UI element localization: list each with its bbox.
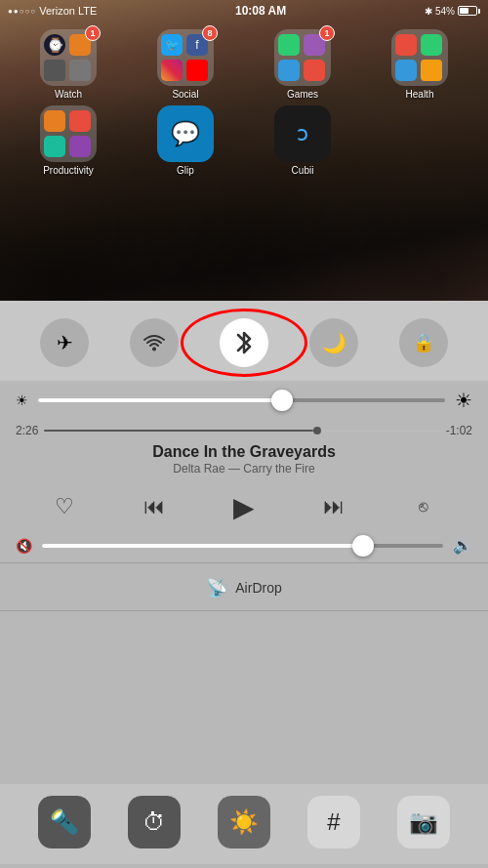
status-right: ✱ 54% <box>425 6 480 17</box>
productivity-folder[interactable] <box>40 105 97 162</box>
divider-1 <box>0 562 488 563</box>
app-grid: 1 ⌚ Watch 8 🐦 f Social <box>0 29 488 182</box>
music-progress-bar[interactable] <box>44 430 439 432</box>
battery-fill <box>460 8 468 14</box>
volume-thumb[interactable] <box>352 535 374 557</box>
cubii-label: Cubii <box>292 165 314 176</box>
mini-icon-ig <box>161 60 183 81</box>
mini-icon-game1 <box>278 34 300 56</box>
heart-icon: ♡ <box>55 494 74 519</box>
airdrop-row[interactable]: 📡 AirDrop <box>0 567 488 606</box>
brightness-track[interactable] <box>38 398 445 402</box>
app-row-2: Productivity 💬 Glip ↄ Cubii <box>10 105 478 176</box>
wifi-icon <box>142 333 166 352</box>
music-progress-marker <box>313 427 321 434</box>
prev-icon: ⏮ <box>143 494 165 519</box>
calculator-button[interactable]: # <box>307 796 360 848</box>
song-title: Dance In the Graveyards <box>0 443 488 461</box>
wifi-toggle[interactable] <box>130 318 179 367</box>
battery-body <box>458 6 477 16</box>
rotation-lock-icon: 🔒 <box>413 332 434 353</box>
glip-icon[interactable]: 💬 <box>157 105 214 162</box>
health-label: Health <box>406 89 434 100</box>
app-item-cubii[interactable]: ↄ Cubii <box>254 105 351 176</box>
timer-button[interactable]: ⏱ <box>128 796 181 848</box>
mini-icon-game3 <box>278 60 300 81</box>
previous-button[interactable]: ⏮ <box>133 485 176 528</box>
mini-icon-prod3 <box>44 136 65 157</box>
watch-label: Watch <box>55 89 82 100</box>
app-item-health[interactable]: Health <box>371 29 468 100</box>
music-current-time: 2:26 <box>16 424 38 437</box>
mini-icon-health2 <box>421 34 442 56</box>
moon-icon: 🌙 <box>322 331 346 354</box>
health-folder[interactable] <box>391 29 448 86</box>
volume-fill <box>42 544 363 548</box>
productivity-label: Productivity <box>43 165 94 176</box>
timer-icon: ⏱ <box>142 808 166 836</box>
mini-icon-2 <box>44 60 65 81</box>
mini-icon-health1 <box>395 34 417 56</box>
app-item-games[interactable]: 1 Games <box>254 29 351 100</box>
status-bar: ●●○○○ Verizon LTE 10:08 AM ✱ 54% <box>0 0 488 21</box>
mini-icon-game4 <box>304 60 325 81</box>
divider-2 <box>0 610 488 611</box>
svg-point-0 <box>152 348 156 351</box>
mini-icon-yt <box>186 60 208 81</box>
home-indicator <box>0 864 488 868</box>
glip-symbol: 💬 <box>171 120 200 147</box>
donotdisturb-toggle[interactable]: 🌙 <box>309 318 358 367</box>
battery-icon <box>458 6 480 16</box>
battery-cap <box>478 9 480 14</box>
battery-percent: 54% <box>435 6 455 17</box>
music-remaining-time: -1:02 <box>446 424 472 437</box>
next-icon: ⏭ <box>323 494 345 519</box>
watch-mini-icon: ⌚ <box>44 34 65 56</box>
airplane-toggle[interactable]: ✈ <box>40 318 89 367</box>
watch-badge: 1 <box>85 25 101 41</box>
music-controls: ♡ ⏮ ▶ ⏭ ⎋ <box>0 479 488 532</box>
airdrop-label: AirDrop <box>235 580 281 596</box>
games-folder[interactable]: 1 <box>274 29 331 86</box>
app-item-glip[interactable]: 💬 Glip <box>137 105 234 176</box>
games-badge: 1 <box>319 25 335 41</box>
app-item-empty <box>371 105 468 176</box>
airdrop-icon: 📡 <box>206 577 227 599</box>
bluetooth-indicator: ✱ <box>425 6 432 17</box>
social-folder[interactable]: 8 🐦 f <box>157 29 214 86</box>
status-left: ●●○○○ Verizon LTE <box>8 5 97 17</box>
homescreen: ●●○○○ Verizon LTE 10:08 AM ✱ 54% 1 ⌚ <box>0 0 488 303</box>
social-label: Social <box>172 89 198 100</box>
airplane-icon: ✈ <box>57 331 73 354</box>
flashlight-button[interactable]: 🔦 <box>38 796 91 848</box>
app-item-social[interactable]: 8 🐦 f Social <box>137 29 234 100</box>
control-center: ✈ 🌙 🔒 <box>0 301 488 868</box>
bluetooth-toggle[interactable] <box>220 318 268 367</box>
rotation-lock-toggle[interactable]: 🔒 <box>399 318 448 367</box>
brightness-thumb[interactable] <box>271 390 293 411</box>
carrier: Verizon <box>39 5 75 17</box>
mini-icon-health4 <box>421 60 442 81</box>
toggle-row: ✈ 🌙 🔒 <box>0 301 488 381</box>
volume-max-icon: 🔊 <box>453 536 472 555</box>
cubii-symbol: ↄ <box>297 121 308 146</box>
network-type: LTE <box>78 5 97 17</box>
play-button[interactable]: ▶ <box>223 485 265 528</box>
song-sub: Delta Rae — Carry the Fire <box>0 462 488 475</box>
like-button[interactable]: ♡ <box>43 485 86 528</box>
camera-button[interactable]: 📷 <box>397 796 450 848</box>
flashlight-icon: 🔦 <box>50 808 79 836</box>
cubii-icon[interactable]: ↄ <box>274 105 331 162</box>
utility-row: 🔦 ⏱ ☀️ # 📷 <box>0 784 488 864</box>
app-item-watch[interactable]: 1 ⌚ Watch <box>20 29 117 100</box>
glip-label: Glip <box>177 165 194 176</box>
mini-icon-prod2 <box>69 110 91 132</box>
mini-icon-3 <box>69 60 91 81</box>
nightshift-icon: ☀️ <box>229 808 259 836</box>
next-button[interactable]: ⏭ <box>312 485 355 528</box>
share-button[interactable]: ⎋ <box>402 485 445 528</box>
watch-folder[interactable]: 1 ⌚ <box>40 29 97 86</box>
app-item-productivity[interactable]: Productivity <box>20 105 117 176</box>
volume-track[interactable] <box>42 544 443 548</box>
nightshift-button[interactable]: ☀️ <box>218 796 270 848</box>
